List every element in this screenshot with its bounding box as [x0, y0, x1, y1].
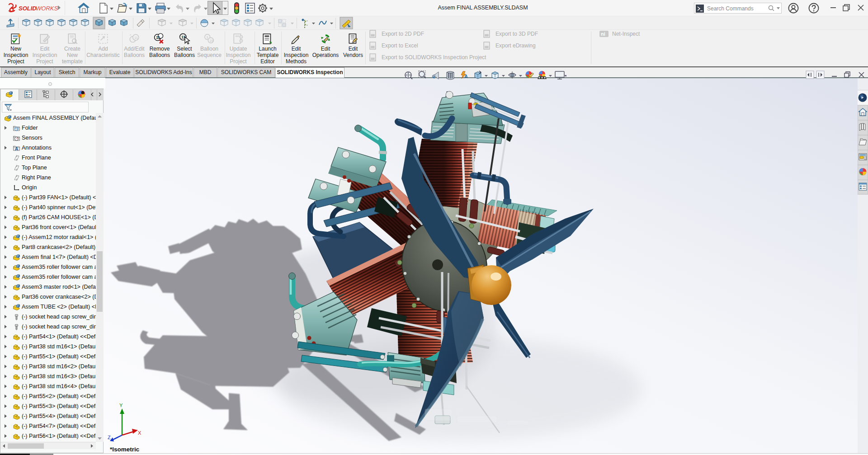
svg-text:X: X — [138, 430, 142, 436]
svg-text:Y: Y — [119, 403, 123, 408]
svg-text:11: 11 — [134, 36, 138, 40]
svg-text:A: A — [464, 74, 468, 79]
svg-text:Z: Z — [108, 435, 111, 440]
svg-text:23: 23 — [210, 39, 213, 43]
svg-text:11: 11 — [156, 35, 160, 40]
svg-text:ni: ni — [601, 31, 605, 37]
svg-text:A: A — [15, 146, 18, 151]
svg-text:1: 1 — [207, 35, 208, 39]
